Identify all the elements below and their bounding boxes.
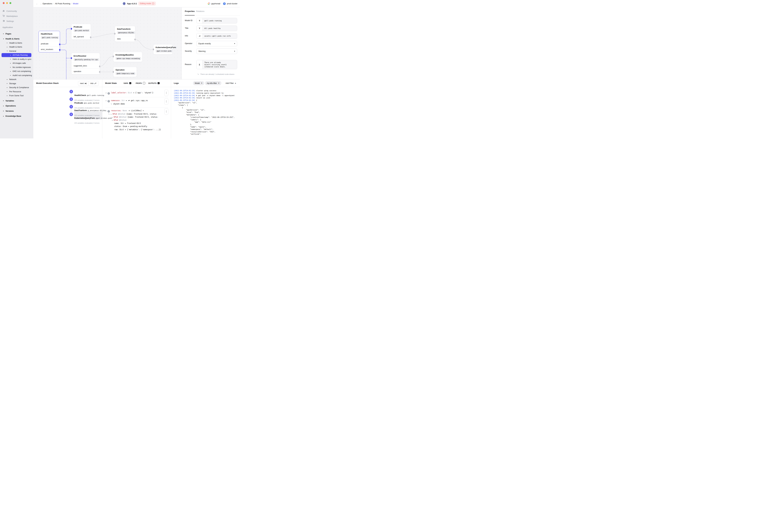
log-output[interactable]: [2022-09-23T14:02:33] cluster ping succe… (174, 90, 240, 139)
state-resource-item[interactable]: name: Str = frontend-93r3 (114, 122, 173, 124)
back-arrow-icon[interactable]: ← (36, 2, 38, 5)
caret-right-icon[interactable]: ▸ (2, 100, 5, 102)
caret-right-icon[interactable]: ▸ (2, 33, 5, 34)
sidebar-item-no-zombie-ingresses[interactable]: ▸No zombie ingresses (0, 65, 33, 69)
checkbox-props[interactable] (143, 82, 145, 84)
tab-relations[interactable]: Relations (196, 7, 204, 15)
sidebar-item-general[interactable]: ▾General (0, 49, 33, 53)
help-icon[interactable]: ? (152, 2, 154, 5)
node-port-row-operation[interactable]: operation (71, 69, 100, 74)
sidebar-item-pages[interactable]: ▸Pages (0, 32, 33, 36)
caret-right-icon[interactable]: ▸ (6, 79, 8, 80)
reason-input[interactable]: ΣThere are already ${self::existing_coun… (197, 60, 237, 69)
checkbox-vars[interactable]: ✓ (129, 82, 131, 84)
node-knowledgebasedoc[interactable]: KnowledgeBaseDoc@when-cpu-keeps-exceedin… (113, 52, 142, 62)
sidebar-item-operations[interactable]: ▸Operations (0, 104, 33, 108)
caret-right-icon[interactable]: ▸ (6, 42, 8, 44)
sidebar-item-per-resource[interactable]: ▸Per Resource (0, 90, 33, 94)
caret-right-icon[interactable]: ▸ (9, 58, 12, 60)
input-port-predicate[interactable] (71, 28, 72, 30)
input-port-kubernetesqueryfunc[interactable] (153, 49, 154, 50)
model-canvas[interactable]: HealthCheck@all-pods-runningpredicateerr… (33, 7, 182, 79)
close-window-icon[interactable] (3, 2, 5, 4)
toggle-outputs[interactable]: OUTPUTS✓ (148, 79, 160, 87)
state-resource-item[interactable]: ▸ KPod @82eha4 {name: frontend-93r3, sta… (112, 116, 170, 118)
node-operation[interactable]: Operation@add-temporary-node (113, 67, 137, 77)
caret-down-icon[interactable]: ▾ (2, 38, 5, 40)
toggle-vars[interactable]: VARS✓ (124, 79, 131, 87)
caret-right-icon[interactable]: ▸ (9, 75, 12, 76)
breadcrumb-operations[interactable]: Operations (43, 2, 52, 5)
state-var-resources[interactable]: ▸ V resources: None -> List[KRes] = (106, 110, 174, 113)
severtiy-select[interactable]: Warning▼ (197, 49, 237, 54)
sidebar-item-storage[interactable]: ▸Storage (0, 81, 33, 86)
node-errorresolver[interactable]: ErrorResolver@morbidly-pending-for-cpusu… (71, 53, 100, 74)
output-port-predicate[interactable] (59, 43, 60, 45)
kebab-menu-button[interactable] (164, 90, 168, 96)
tab-properties[interactable]: Properties (185, 7, 195, 15)
sidebar-item-health-alerts[interactable]: ▾Health & Alerts (0, 37, 33, 41)
stack-item-healthcheck[interactable]: HealthCheck@all-pods-running2/3 variable… (69, 90, 99, 98)
sidebar-item-helm-reality-in-sync[interactable]: ▸Helm & reality in sync (0, 57, 33, 61)
maximize-window-icon[interactable] (9, 2, 11, 4)
sidebar-item-all-images-safe[interactable]: ▸All images safe (0, 61, 33, 65)
state-resource-item[interactable]: ▾ KPod @82eha4 (112, 119, 170, 121)
input-port-errorresolver[interactable] (71, 57, 72, 59)
node-port-row-suggested-docs[interactable]: suggested_docs (71, 63, 100, 69)
state-resource-item[interactable]: status: Enum = pending-morbidly (114, 125, 173, 128)
sidebar-item-versions[interactable]: ▸Versions (0, 109, 33, 113)
close-icon[interactable]: ✕ (201, 82, 203, 84)
gcp-project[interactable]: gcp/norad (208, 2, 220, 5)
checkbox-outputs[interactable]: ✓ (158, 82, 160, 84)
state-resource-item[interactable]: raw: Dict = {'metadata': {'namespace': .… (114, 129, 173, 131)
filter-chip-model[interactable]: Model✕ (193, 81, 204, 85)
add-filter-button[interactable]: Add Filter+ (226, 79, 236, 87)
model-id-input[interactable]: T@all-pods-running (197, 18, 237, 23)
output-port-suggested-docs[interactable] (99, 66, 100, 67)
sidebar-item-health-alerts[interactable]: ▸Health & Alerts (0, 41, 33, 45)
node-healthcheck[interactable]: HealthCheck@all-pods-runningpredicateerr… (39, 31, 60, 52)
output-port-error-resolvers[interactable] (59, 49, 60, 51)
filter-chip-my-k8s-filter[interactable]: my-k8s-filter✕ (205, 81, 221, 85)
stack-item-kubernetesqueryfunc[interactable]: KubernetesQueryFunc@get-broken-pods2/3 v… (69, 113, 107, 121)
forward-arrow-icon[interactable]: → (40, 2, 42, 5)
sidebar-item-all-pods-running[interactable]: ▸All Pods Running (0, 53, 33, 57)
operator-select[interactable]: Equals exactly▼ (197, 41, 237, 46)
info-input[interactable]: assets::@all-pods-run-info (197, 33, 237, 39)
breadcrumb-model[interactable]: Model (73, 2, 78, 5)
menu-item-marketplace[interactable]: Marketplace (0, 14, 33, 19)
caret-right-icon[interactable]: ▸ (6, 91, 8, 92)
sidebar-item-network[interactable]: ▸Network (0, 77, 33, 82)
minimize-window-icon[interactable] (6, 2, 8, 4)
sidebar-item-from-some-tool[interactable]: ▸From Some Tool (0, 94, 33, 98)
breadcrumb-all-pods-running[interactable]: All Pods Running (55, 2, 70, 5)
window-controls[interactable] (3, 2, 11, 4)
kebab-menu-button[interactable] (164, 98, 168, 105)
sidebar-item-health-alerts[interactable]: ▸Health & Alerts (0, 45, 33, 49)
caret-right-icon[interactable]: ▸ (6, 46, 8, 48)
node-datatransform[interactable]: DataTransform@anonymous-83j3dsdata (115, 26, 135, 42)
toggle-props[interactable]: PROPS (136, 79, 145, 87)
sidebar-item-security-compliance[interactable]: ▸Security & Compliance (0, 86, 33, 90)
title-input[interactable]: TAll pods healthy (197, 26, 237, 31)
state-var-namesace[interactable]: ▸ V namesace: Str = get::sys::app_ns (106, 100, 174, 102)
input-port-datatransform[interactable] (114, 33, 116, 35)
cluster-selector[interactable]: prod-cluster (223, 2, 238, 5)
caret-right-icon[interactable]: ▸ (9, 54, 12, 56)
node-port-row-data[interactable]: data (115, 36, 135, 42)
node-port-row-left-operand[interactable]: left_operand (71, 34, 91, 40)
sidebar-item-variables[interactable]: ▸Variables (0, 99, 33, 103)
caret-right-icon[interactable]: ▸ (2, 105, 5, 107)
node-kubernetesqueryfunc[interactable]: KubernetesQueryFunc@get-broken-pods (153, 44, 173, 55)
input-port-knowledgebasedoc[interactable] (113, 56, 114, 57)
input-port-operation[interactable] (113, 71, 114, 73)
caret-right-icon[interactable]: ▸ (9, 62, 12, 64)
sidebar-item-gke-not-complaining[interactable]: ▸GKE not complaining (0, 69, 33, 73)
output-port-operation[interactable] (99, 71, 100, 73)
into-button[interactable]: into (88, 81, 99, 86)
sidebar-item-knowledge-base[interactable]: ▸Knowledge Base (0, 114, 33, 118)
output-port-left-operand[interactable] (90, 36, 91, 38)
caret-right-icon[interactable]: ▸ (2, 110, 5, 112)
caret-right-icon[interactable]: ▸ (2, 115, 5, 117)
menu-item-settings[interactable]: Settings (0, 19, 33, 24)
